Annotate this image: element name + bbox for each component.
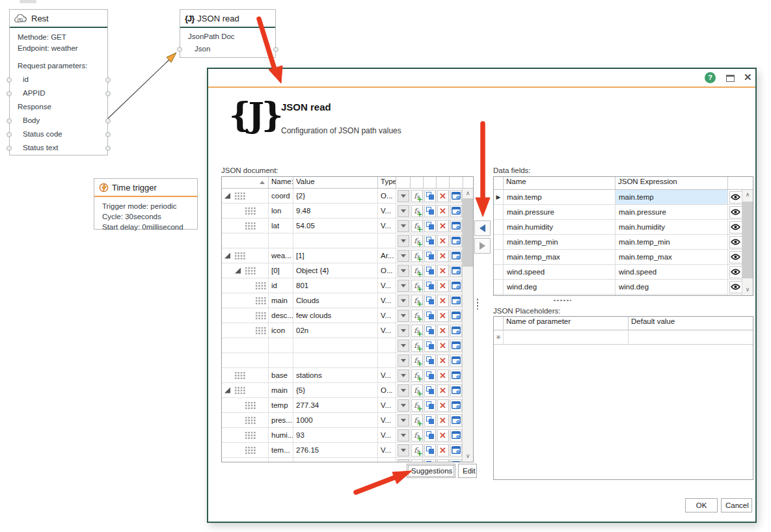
copy-button[interactable]: [424, 428, 437, 442]
window-settings-button[interactable]: [450, 428, 463, 442]
delete-button[interactable]: ✕: [437, 233, 450, 248]
tree-cell[interactable]: [222, 248, 269, 263]
json-expression-cell[interactable]: main.humidity: [615, 220, 728, 234]
suggestions-button[interactable]: Suggestions: [407, 464, 455, 478]
close-icon[interactable]: ✕: [744, 71, 752, 84]
add-formula-button[interactable]: fx+: [411, 308, 424, 323]
ok-button[interactable]: OK: [685, 498, 718, 512]
delete-button[interactable]: ✕: [437, 353, 450, 367]
data-field-row[interactable]: wind.degwind.deg: [494, 280, 753, 295]
tree-cell[interactable]: [222, 413, 269, 427]
add-formula-button[interactable]: fx+: [411, 443, 424, 457]
node-type-cell[interactable]: V...: [378, 308, 396, 323]
data-field-row[interactable]: wind.speedwind.speed: [494, 265, 753, 280]
default-value-cell[interactable]: [629, 330, 753, 344]
preview-button[interactable]: [728, 280, 743, 294]
horizontal-splitter-handle[interactable]: [553, 299, 571, 302]
add-formula-button[interactable]: fx+: [411, 219, 424, 233]
copy-button[interactable]: [424, 398, 437, 412]
input-port[interactable]: [177, 47, 182, 52]
node-value-cell[interactable]: 9.48: [293, 204, 378, 218]
name-column-header[interactable]: Name: [504, 177, 615, 189]
tree-cell[interactable]: [222, 219, 269, 233]
node-name-cell[interactable]: desc...: [269, 308, 293, 323]
node-value-cell[interactable]: [293, 353, 378, 367]
add-formula-button[interactable]: fx+: [411, 204, 424, 218]
tree-cell[interactable]: [222, 443, 269, 457]
add-formula-button[interactable]: fx+: [411, 353, 424, 367]
node-type-cell[interactable]: V...: [378, 428, 396, 442]
add-formula-button[interactable]: fx+: [411, 398, 424, 412]
node-value-cell[interactable]: few clouds: [293, 308, 378, 323]
window-settings-button[interactable]: [450, 308, 463, 323]
window-settings-button[interactable]: [450, 383, 463, 397]
tree-cell[interactable]: [222, 383, 269, 397]
type-dropdown-button[interactable]: [396, 458, 411, 462]
node-value-cell[interactable]: stations: [293, 368, 378, 382]
node-value-cell[interactable]: Clouds: [293, 293, 378, 308]
copy-button[interactable]: [424, 413, 437, 427]
node-value-cell[interactable]: {2}: [293, 189, 378, 203]
node-name-cell[interactable]: [0]: [269, 263, 293, 278]
node-name-cell[interactable]: lon: [269, 204, 293, 218]
time-trigger-node[interactable]: Time trigger Trigger mode: periodicCycle…: [94, 178, 198, 230]
add-formula-button[interactable]: fx+: [411, 293, 424, 308]
node-type-cell[interactable]: Ar...: [378, 248, 396, 263]
data-field-row[interactable]: main.pressuremain.pressure: [494, 205, 753, 220]
node-type-cell[interactable]: [378, 338, 396, 352]
add-formula-button[interactable]: fx+: [411, 428, 424, 442]
node-type-cell[interactable]: V...: [378, 278, 396, 293]
row-drag-handle-icon[interactable]: [255, 326, 266, 334]
window-settings-button[interactable]: [450, 398, 463, 412]
preview-button[interactable]: [728, 265, 743, 279]
delete-button[interactable]: ✕: [437, 413, 450, 427]
node-value-cell[interactable]: Object {4}: [293, 263, 378, 278]
copy-button[interactable]: [424, 293, 437, 308]
node-value-cell[interactable]: [293, 458, 378, 462]
type-dropdown-button[interactable]: [396, 443, 411, 457]
node-value-cell[interactable]: 93: [293, 428, 378, 442]
node-type-cell[interactable]: O...: [378, 263, 396, 278]
copy-button[interactable]: [424, 219, 437, 233]
node-type-cell[interactable]: V...: [378, 413, 396, 427]
field-name-cell[interactable]: [504, 295, 615, 296]
row-drag-handle-icon[interactable]: [234, 386, 245, 394]
preview-button[interactable]: [728, 250, 743, 264]
row-drag-handle-icon[interactable]: [245, 446, 256, 454]
json-expression-cell[interactable]: main.temp: [615, 190, 728, 204]
row-drag-handle-icon[interactable]: [245, 401, 256, 409]
type-column-header[interactable]: Type: [378, 177, 396, 188]
rest-node[interactable]: {R} Rest Methode: GETEndpoint: weatherRe…: [9, 9, 108, 155]
edit-button[interactable]: Edit: [458, 464, 477, 478]
node-type-cell[interactable]: V...: [378, 398, 396, 412]
value-column-header[interactable]: Value: [293, 177, 378, 188]
node-name-cell[interactable]: lat: [269, 219, 293, 233]
add-formula-button[interactable]: fx+: [411, 323, 424, 338]
node-type-cell[interactable]: V...: [378, 443, 396, 457]
node-value-cell[interactable]: [293, 338, 378, 352]
tree-expander-icon[interactable]: [235, 268, 241, 274]
scrollbar-thumb[interactable]: [463, 198, 473, 267]
node-name-cell[interactable]: humi...: [269, 428, 293, 442]
tree-cell[interactable]: [222, 353, 269, 367]
copy-button[interactable]: [424, 278, 437, 293]
window-settings-button[interactable]: [450, 263, 463, 278]
copy-button[interactable]: [424, 308, 437, 323]
move-field-left-button[interactable]: [474, 220, 491, 236]
data-field-row[interactable]: main.temp_minmain.temp_min: [494, 235, 753, 250]
preview-button[interactable]: [728, 190, 743, 204]
node-name-cell[interactable]: [269, 353, 293, 367]
delete-button[interactable]: ✕: [437, 443, 450, 457]
node-value-cell[interactable]: {5}: [293, 383, 378, 397]
tree-cell[interactable]: [222, 204, 269, 218]
json-expression-cell[interactable]: main.temp_max: [615, 250, 728, 264]
json-read-node[interactable]: {J} JSON read JsonPath DocJson: [180, 9, 276, 58]
type-dropdown-button[interactable]: [396, 413, 411, 427]
move-field-right-button[interactable]: [474, 238, 491, 254]
vertical-splitter-handle[interactable]: [476, 298, 479, 310]
data-field-row[interactable]: [494, 295, 753, 296]
row-drag-handle-icon[interactable]: [234, 252, 245, 259]
node-type-cell[interactable]: V...: [378, 368, 396, 382]
tree-cell[interactable]: [222, 263, 269, 278]
add-formula-button[interactable]: fx+: [411, 189, 424, 203]
